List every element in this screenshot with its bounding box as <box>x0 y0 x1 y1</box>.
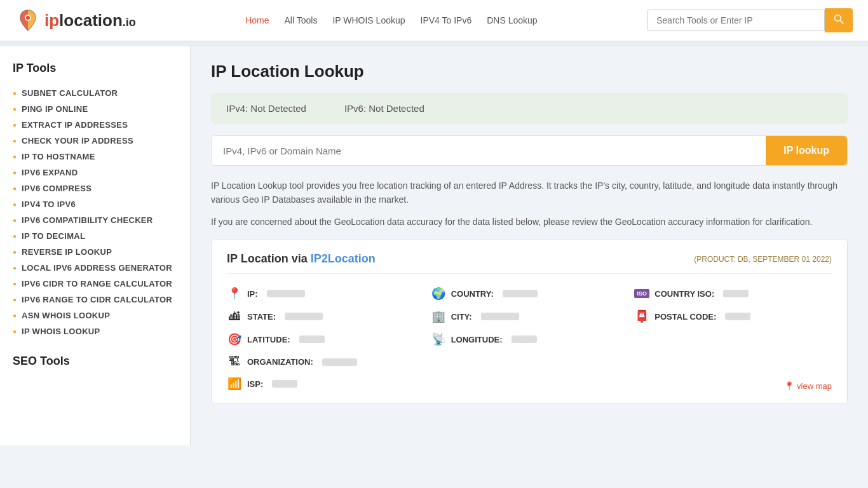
postal-icon: 📮 <box>634 309 649 323</box>
sidebar-item-asn-whois[interactable]: ASN WHOIS LOOKUP <box>13 308 177 323</box>
result-country-iso: ISO COUNTRY ISO: <box>634 287 832 301</box>
sidebar: IP Tools SUBNET CALCULATOR PING IP ONLIN… <box>0 46 191 445</box>
svg-line-4 <box>840 20 843 24</box>
state-value <box>285 313 323 320</box>
description-1: IP Location Lookup tool provides you fre… <box>211 179 848 207</box>
results-card: IP Location via IP2Location (PRODUCT: DB… <box>211 239 848 404</box>
sidebar-item-ipv6-expand[interactable]: IPV6 EXPAND <box>13 165 177 180</box>
map-pin-icon: 📍 <box>784 381 794 391</box>
country-iso-value <box>723 290 749 297</box>
logo[interactable]: iplocation.io <box>15 8 136 33</box>
lookup-box: IP lookup <box>211 135 848 166</box>
main-content: IP Location Lookup IPv4: Not Detected IP… <box>191 46 868 445</box>
longitude-icon: 📡 <box>431 332 446 346</box>
sub-header-divider <box>0 41 868 46</box>
search-icon <box>834 14 844 24</box>
ip-tools-list: SUBNET CALCULATOR PING IP ONLINE EXTRACT… <box>13 85 177 339</box>
logo-location: location <box>59 11 123 30</box>
sidebar-item-ping[interactable]: PING IP ONLINE <box>13 101 177 117</box>
country-iso-label: COUNTRY ISO: <box>654 289 714 299</box>
nav-dns-lookup[interactable]: DNS Lookup <box>487 15 537 25</box>
isp-label: ISP: <box>247 379 263 389</box>
ipv4-detection: IPv4: Not Detected <box>226 103 306 114</box>
result-latitude: 🎯 LATITUDE: <box>227 332 424 346</box>
ip-detection-banner: IPv4: Not Detected IPv6: Not Detected <box>211 93 848 124</box>
result-org: 🏗 ORGANIZATION: <box>227 355 832 369</box>
nav-all-tools[interactable]: All Tools <box>285 15 318 25</box>
sidebar-item-ipv6-compat[interactable]: IPV6 COMPATIBILITY CHECKER <box>13 212 177 228</box>
latitude-label: LATITUDE: <box>247 335 290 344</box>
country-label: COUNTRY: <box>451 289 494 299</box>
seo-tools-title: SEO Tools <box>13 355 177 368</box>
org-icon: 🏗 <box>227 355 242 369</box>
header: iplocation.io Home All Tools IP WHOIS Lo… <box>0 0 868 41</box>
ip-value <box>267 290 305 297</box>
results-grid: 📍 IP: 🌍 COUNTRY: ISO COUNTRY ISO: 🏙 <box>227 287 832 346</box>
search-input[interactable] <box>647 10 825 31</box>
sidebar-item-ipv6-compress[interactable]: IPV6 COMPRESS <box>13 180 177 196</box>
sidebar-item-ip-whois[interactable]: IP WHOIS LOOKUP <box>13 323 177 339</box>
city-label: CITY: <box>451 312 472 322</box>
results-header: IP Location via IP2Location (PRODUCT: DB… <box>227 252 832 274</box>
longitude-label: LONGITUDE: <box>451 335 503 344</box>
sidebar-item-reverse-ip[interactable]: REVERSE IP LOOKUP <box>13 244 177 260</box>
sidebar-item-check-ip[interactable]: CHECK YOUR IP ADDRESS <box>13 133 177 149</box>
nav-ipv4-ipv6[interactable]: IPV4 To IPv6 <box>421 15 472 25</box>
lookup-button[interactable]: IP lookup <box>766 136 847 165</box>
org-label: ORGANIZATION: <box>247 357 313 367</box>
description-2: If you are concerned about the GeoLocati… <box>211 215 848 229</box>
result-state: 🏙 STATE: <box>227 309 424 323</box>
sidebar-item-extract-ip[interactable]: EXTRACT IP ADDRESSES <box>13 117 177 133</box>
ip2location-link[interactable]: IP2Location <box>311 252 376 265</box>
nav-home[interactable]: Home <box>245 15 269 25</box>
sidebar-item-range-cidr[interactable]: IPV6 RANGE TO CIDR CALCULATOR <box>13 292 177 308</box>
ip-tools-title: IP Tools <box>13 62 177 75</box>
sidebar-item-ip-decimal[interactable]: IP TO DECIMAL <box>13 228 177 244</box>
result-ip: 📍 IP: <box>227 287 424 301</box>
result-postal: 📮 POSTAL CODE: <box>634 309 832 323</box>
latitude-icon: 🎯 <box>227 332 242 346</box>
logo-io: .io <box>123 16 136 29</box>
sidebar-item-subnet[interactable]: SUBNET CALCULATOR <box>13 85 177 101</box>
svg-point-2 <box>26 16 30 20</box>
nav-ip-whois[interactable]: IP WHOIS Lookup <box>332 15 405 25</box>
state-label: STATE: <box>247 312 276 322</box>
svg-point-3 <box>835 15 841 22</box>
results-title: IP Location via IP2Location <box>227 252 376 266</box>
ip-label: IP: <box>247 289 258 299</box>
main-nav: Home All Tools IP WHOIS Lookup IPV4 To I… <box>245 15 537 25</box>
isp-value <box>272 380 297 388</box>
view-map-link[interactable]: 📍 view map <box>784 381 832 391</box>
logo-ip: ip <box>44 11 59 30</box>
longitude-value <box>512 336 537 343</box>
sidebar-item-local-ipv6[interactable]: LOCAL IPV6 ADDRESS GENERATOR <box>13 260 177 276</box>
result-country: 🌍 COUNTRY: <box>431 287 628 301</box>
state-icon: 🏙 <box>227 310 242 323</box>
results-meta: (PRODUCT: DB, SEPTEMBER 01 2022) <box>694 255 832 264</box>
ip-icon: 📍 <box>227 287 242 301</box>
result-longitude: 📡 LONGITUDE: <box>431 332 628 346</box>
logo-pin-icon <box>15 8 41 33</box>
search-button[interactable] <box>825 8 853 32</box>
search-bar <box>647 8 853 32</box>
sidebar-item-ip-hostname[interactable]: IP TO HOSTNAME <box>13 149 177 165</box>
sidebar-item-cidr-range[interactable]: IPV6 CIDR TO RANGE CALCULATOR <box>13 276 177 292</box>
result-city: 🏢 CITY: <box>431 309 628 323</box>
lookup-input[interactable] <box>212 136 766 165</box>
layout: IP Tools SUBNET CALCULATOR PING IP ONLIN… <box>0 46 868 445</box>
country-value <box>503 290 538 297</box>
city-value <box>481 313 519 320</box>
postal-value <box>725 313 750 320</box>
ipv6-detection: IPv6: Not Detected <box>344 103 424 114</box>
result-isp: 📶 ISP: <box>227 377 297 391</box>
page-title: IP Location Lookup <box>211 62 848 81</box>
postal-label: POSTAL CODE: <box>654 312 716 322</box>
country-iso-icon: ISO <box>634 289 649 298</box>
sidebar-item-ipv4-ipv6[interactable]: IPV4 TO IPV6 <box>13 196 177 212</box>
city-icon: 🏢 <box>431 309 446 323</box>
org-value <box>322 358 357 366</box>
latitude-value <box>299 336 325 343</box>
country-icon: 🌍 <box>431 287 446 301</box>
isp-icon: 📶 <box>227 377 242 391</box>
